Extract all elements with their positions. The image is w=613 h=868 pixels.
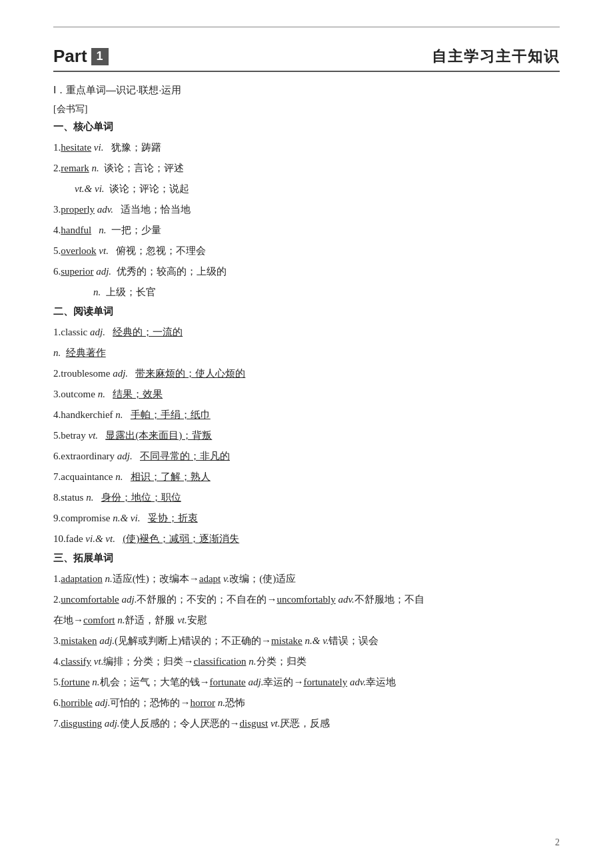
word-entry-r8: 8.status n. 身份；地位；职位: [53, 489, 560, 507]
word-fortunately: fortunately: [303, 677, 347, 687]
page-number: 2: [555, 837, 560, 848]
word-meaning: (使)褪色；减弱；逐渐消失: [123, 533, 239, 544]
word-num: 10.: [53, 533, 66, 544]
word-pos: adj.: [121, 594, 137, 605]
word-pos: adv.: [97, 204, 113, 215]
word-num: 2.: [53, 163, 61, 173]
word-pos: adj.: [117, 451, 133, 461]
word-num: 7.: [53, 718, 61, 729]
word-entry-e7: 7.disgusting adj.使人反感的；令人厌恶的→disgust vt.…: [53, 715, 560, 733]
word-overlook: overlook: [61, 245, 96, 256]
word-num: 4.: [53, 225, 61, 235]
word-pos: n.: [98, 389, 105, 399]
word-entry-2: 2.remark n. 谈论；言论；评述: [53, 159, 560, 177]
word-num: 1.: [53, 142, 61, 153]
word-classification: classification: [193, 656, 246, 667]
word-meaning: 手帕；手绢；纸巾: [131, 409, 211, 420]
word-remark: remark: [61, 163, 89, 173]
word-horrible: horrible: [61, 697, 92, 708]
word-pos: vt.: [271, 718, 281, 729]
word-uncomfortably: uncomfortably: [277, 594, 335, 605]
word-entry-r9: 9.compromise n.& vi. 妥协；折衷: [53, 509, 560, 527]
word-pos: adv.: [350, 677, 366, 687]
word-pos: n.: [115, 409, 123, 420]
word-entry-4: 4.handful n. 一把；少量: [53, 221, 560, 239]
word-disgusting: disgusting: [61, 718, 102, 729]
word-entry-e3: 3.mistaken adj.(见解或判断上)错误的；不正确的→mistake …: [53, 632, 560, 650]
word-num: 6.: [53, 451, 61, 461]
word-pos: adj.: [95, 697, 110, 708]
word-pos: adj.: [99, 635, 115, 646]
word-pos: vi.: [94, 142, 104, 153]
word-meaning: 经典的；一流的: [113, 327, 183, 337]
part-header: Part 1 自主学习主干知识: [53, 46, 560, 67]
word-meaning: 带来麻烦的；使人心烦的: [135, 368, 245, 379]
word-entry-e2b: 在地→comfort n.舒适，舒服 vt.安慰: [53, 611, 560, 629]
word-num: 5.: [53, 245, 61, 256]
word-pos: vt.: [88, 430, 98, 441]
word-num: 4.: [53, 656, 61, 667]
word-pos: n.& v.: [305, 635, 328, 646]
word-pos: n.: [115, 471, 123, 482]
word-comfort: comfort: [83, 615, 115, 625]
word-horror: horror: [190, 697, 215, 708]
word-handful: handful: [61, 225, 91, 235]
word-entry-3: 3.properly adv. 适当地；恰当地: [53, 201, 560, 219]
word-entry-e6: 6.horrible adj.可怕的；恐怖的→horror n.恐怖: [53, 694, 560, 712]
word-fortune: fortune: [61, 677, 89, 687]
word-entry-r1: 1.classic adj. 经典的；一流的: [53, 323, 560, 341]
word-uncomfortable: uncomfortable: [61, 594, 119, 605]
word-meaning: 结果；效果: [113, 389, 163, 399]
word-entry-r7: 7.acquaintance n. 相识；了解；熟人: [53, 468, 560, 486]
sub-title-reading: 二、阅读单词: [53, 305, 560, 318]
word-pos: n.: [105, 573, 112, 584]
word-pos: n.: [53, 347, 61, 358]
word-pos: adj.: [248, 677, 263, 687]
word-entry-r2: 2.troublesome adj. 带来麻烦的；使人心烦的: [53, 365, 560, 383]
word-num: 2.: [53, 594, 61, 605]
word-num: 6.: [53, 697, 61, 708]
word-fortunate: fortunate: [210, 677, 246, 687]
word-classify: classify: [61, 656, 91, 667]
word-pos: n.: [92, 677, 99, 687]
word-num: 7.: [53, 471, 61, 482]
word-pos: vt.: [94, 656, 104, 667]
word-pos: n.: [99, 225, 106, 235]
part-title: 自主学习主干知识: [432, 47, 560, 67]
word-num: 3.: [53, 204, 61, 215]
word-pos: vt.: [177, 615, 187, 625]
header-underline: [53, 71, 560, 72]
part-number: 1: [91, 48, 109, 65]
word-entry-e5: 5.fortune n.机会；运气；大笔的钱→fortunate adj.幸运的…: [53, 673, 560, 691]
word-pos: adj.: [96, 266, 111, 277]
word-entry-6b: n. 上级；长官: [53, 283, 560, 301]
word-mistaken: mistaken: [61, 635, 97, 646]
word-entry-e1: 1.adaptation n.适应(性)；改编本→adapt v.改编；(使)适…: [53, 570, 560, 588]
word-properly: properly: [61, 204, 95, 215]
word-pos: adj.: [90, 327, 105, 337]
word-pos: vt.: [99, 245, 109, 256]
word-meaning: 显露出(本来面目)；背叛: [105, 430, 212, 441]
top-divider: [53, 27, 560, 27]
word-num: 4.: [53, 409, 61, 420]
word-disgust: disgust: [240, 718, 269, 729]
word-num: 8.: [53, 492, 61, 503]
word-entry-e4: 4.classify vt.编排；分类；归类→classification n.…: [53, 653, 560, 671]
word-entry-1: 1.hesitate vi. 犹豫；踌躇: [53, 139, 560, 157]
word-num: 5.: [53, 677, 61, 687]
word-entry-r10: 10.fade vi.& vt. (使)褪色；减弱；逐渐消失: [53, 530, 560, 548]
word-entry-e2: 2.uncomfortable adj.不舒服的；不安的；不自在的→uncomf…: [53, 591, 560, 609]
word-num: 6.: [53, 266, 61, 277]
word-pos: adv.: [338, 594, 354, 605]
word-entry-r1b: n. 经典著作: [53, 344, 560, 362]
word-num: 2.: [53, 368, 61, 379]
word-pos: n.: [93, 287, 101, 297]
word-meaning: 身份；地位；职位: [101, 492, 181, 503]
word-pos: v.: [223, 573, 229, 584]
word-adaptation: adaptation: [61, 573, 102, 584]
word-pos: n.: [218, 697, 225, 708]
word-meaning: 经典著作: [66, 347, 106, 358]
word-pos: adj.: [105, 718, 120, 729]
word-meaning: 相识；了解；熟人: [131, 471, 211, 482]
word-pos: adj.: [113, 368, 128, 379]
